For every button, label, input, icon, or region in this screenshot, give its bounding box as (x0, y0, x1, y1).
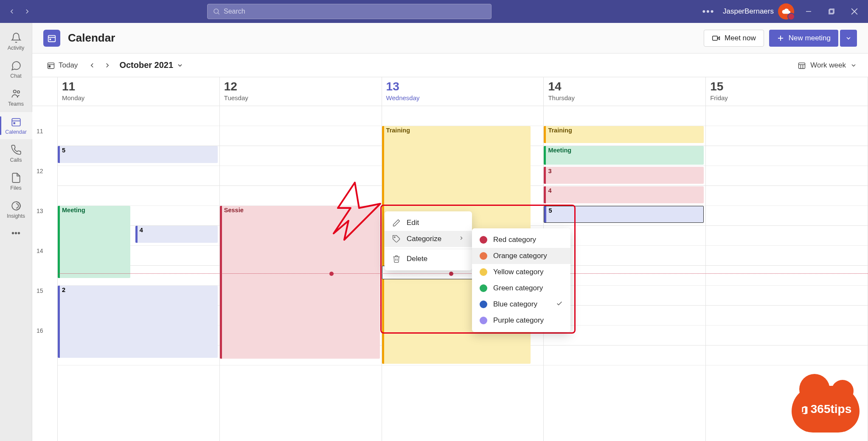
day-name: Friday (710, 94, 863, 101)
category-purple[interactable]: Purple category (472, 312, 570, 329)
event-2[interactable]: 2 (58, 286, 218, 358)
user-menu[interactable]: JasperBernaers (723, 3, 794, 20)
event-4[interactable]: 4 (135, 226, 218, 243)
rail-label: Activity (8, 45, 25, 51)
event-sessie[interactable]: Sessie (220, 206, 380, 359)
rail-insights[interactable]: Insights (0, 196, 32, 223)
chevron-left-icon (88, 62, 96, 69)
category-red[interactable]: Red category (472, 232, 570, 248)
category-yellow[interactable]: Yellow category (472, 264, 570, 280)
office-icon (800, 405, 809, 415)
check-icon (556, 300, 563, 309)
calendar-grid: 11 12 13 14 15 16 5 Meeting 4 2 (32, 106, 868, 441)
month-picker[interactable]: October 2021 (119, 60, 183, 70)
rail-label: Calls (10, 157, 22, 163)
rail-label: Teams (8, 101, 24, 107)
day-header-tue[interactable]: 12 Tuesday (220, 77, 382, 106)
svg-rect-11 (13, 122, 15, 124)
today-button[interactable]: Today (43, 59, 81, 72)
category-blue[interactable]: Blue category (472, 296, 570, 312)
new-meeting-split: New meeting (769, 30, 857, 47)
day-header-fri[interactable]: 15 Friday (706, 77, 868, 106)
svg-rect-9 (12, 118, 20, 126)
chevron-down-icon (850, 62, 857, 69)
day-header-row: 11 Monday 12 Tuesday 13 Wednesday 14 Thu… (32, 77, 868, 106)
chevron-right-icon (104, 62, 111, 69)
svg-point-27 (394, 237, 396, 238)
color-swatch (480, 284, 487, 292)
rail-calendar[interactable]: Calendar (0, 112, 32, 139)
svg-rect-22 (49, 65, 50, 67)
svg-rect-16 (713, 36, 718, 40)
view-label: Work week (810, 61, 846, 70)
event-5-selected[interactable]: 5 (544, 206, 704, 223)
svg-point-8 (17, 91, 19, 93)
page-title: Calendar (68, 31, 115, 45)
calendar-header: Calendar Meet now New meeting (32, 23, 868, 53)
view-picker[interactable]: Work week (798, 61, 857, 70)
username: JasperBernaers (723, 7, 774, 16)
category-green[interactable]: Green category (472, 280, 570, 296)
svg-rect-15 (50, 38, 51, 40)
category-flyout: Red category Orange category Yellow cate… (472, 228, 570, 332)
day-column-tue[interactable]: Sessie (220, 106, 382, 441)
event-context-menu: Edit Categorize Delete (385, 211, 472, 270)
hour-label: 14 (32, 246, 57, 286)
meet-now-label: Meet now (725, 34, 756, 42)
chevron-down-icon (177, 62, 183, 69)
search-input[interactable]: Search (207, 4, 492, 19)
chevron-right-icon (458, 235, 464, 243)
rail-teams[interactable]: Teams (0, 84, 32, 111)
maximize-button[interactable] (823, 3, 840, 20)
separator (385, 249, 472, 249)
color-swatch (480, 252, 487, 260)
prev-week-button[interactable] (84, 58, 100, 73)
day-column-mon[interactable]: 5 Meeting 4 2 (58, 106, 220, 441)
rail-files[interactable]: Files (0, 168, 32, 195)
back-button[interactable] (5, 5, 19, 18)
calendar-icon (11, 116, 22, 127)
rail-calls[interactable]: Calls (0, 140, 32, 167)
today-label: Today (59, 61, 78, 70)
new-meeting-button[interactable]: New meeting (769, 30, 838, 47)
app-rail: Activity Chat Teams Calendar Calls Files… (0, 23, 32, 441)
day-header-thu[interactable]: 14 Thursday (544, 77, 706, 106)
meet-now-button[interactable]: Meet now (704, 30, 764, 47)
calendar-today-icon (47, 61, 55, 70)
calendar-toolbar: Today October 2021 Work week (32, 53, 868, 77)
svg-marker-17 (717, 37, 719, 39)
minimize-button[interactable] (800, 3, 817, 20)
day-number: 14 (548, 81, 701, 93)
bell-icon (11, 32, 22, 43)
event-training[interactable]: Training (544, 126, 704, 143)
chevron-down-icon (845, 35, 852, 42)
rail-activity[interactable]: Activity (0, 28, 32, 55)
ctx-delete[interactable]: Delete (385, 251, 472, 267)
rail-more[interactable]: ••• (11, 228, 20, 238)
file-icon (11, 172, 22, 183)
day-name: Tuesday (224, 94, 377, 101)
event-4[interactable]: 4 (544, 186, 704, 203)
rail-chat[interactable]: Chat (0, 56, 32, 83)
more-button[interactable]: ••• (700, 3, 717, 20)
ctx-edit[interactable]: Edit (385, 215, 472, 231)
phone-icon (11, 144, 22, 155)
category-orange[interactable]: Orange category (472, 248, 570, 264)
day-number: 11 (62, 81, 215, 93)
trash-icon (392, 255, 401, 263)
svg-rect-23 (799, 63, 805, 68)
event-meeting[interactable]: Meeting (58, 206, 130, 278)
close-button[interactable] (846, 3, 863, 20)
event-meeting[interactable]: Meeting (544, 146, 704, 165)
forward-button[interactable] (20, 5, 34, 18)
event-3[interactable]: 3 (544, 167, 704, 184)
day-header-mon[interactable]: 11 Monday (58, 77, 220, 106)
day-header-wed[interactable]: 13 Wednesday (382, 77, 544, 106)
time-column: 11 12 13 14 15 16 (32, 106, 58, 441)
ctx-categorize[interactable]: Categorize (385, 231, 472, 247)
rail-label: Files (10, 185, 21, 191)
new-meeting-dropdown[interactable] (840, 30, 857, 47)
video-icon (712, 34, 720, 42)
event-5[interactable]: 5 (58, 146, 218, 163)
next-week-button[interactable] (100, 58, 115, 73)
